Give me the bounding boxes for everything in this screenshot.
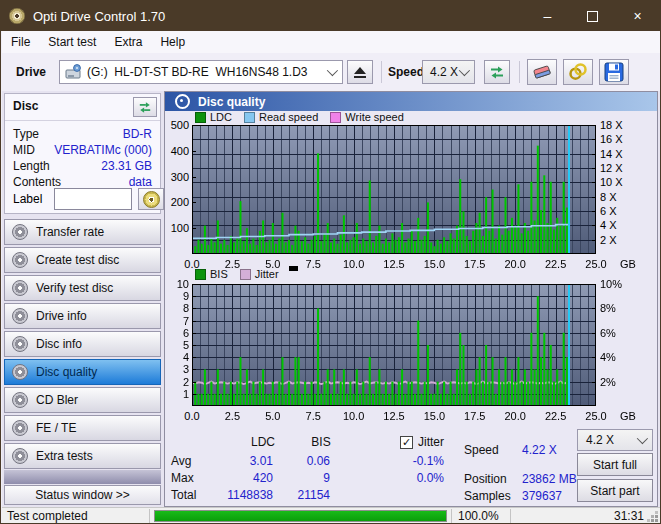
speed-label: Speed <box>388 65 424 79</box>
contents-value: data <box>129 175 152 189</box>
refresh-icon <box>489 65 505 80</box>
position-value: 23862 MB <box>522 472 577 486</box>
progress-bar <box>154 510 447 522</box>
x-axis-tick: 25.0 <box>582 258 610 270</box>
write-label-button[interactable] <box>138 188 164 210</box>
legend-label: LDC <box>210 111 232 123</box>
legend-ldc: LDC <box>195 111 232 123</box>
cd-icon <box>12 280 28 296</box>
y-axis-tick: 200 <box>163 196 189 208</box>
x-axis-tick: 10.0 <box>340 410 368 422</box>
drive-label: Drive <box>16 65 46 79</box>
y-axis-tick: 100 <box>163 222 189 234</box>
speed-select[interactable]: 4.2 X <box>422 60 475 84</box>
mid-label: MID <box>13 143 35 157</box>
cd-icon <box>12 392 28 408</box>
refresh-speed-button[interactable] <box>484 60 510 84</box>
close-button[interactable]: × <box>615 1 660 31</box>
x-axis-tick: 22.5 <box>542 258 570 270</box>
jitter-checkbox[interactable]: ✓ <box>400 436 413 449</box>
legend-write-speed: Write speed <box>330 111 404 123</box>
chevron-down-icon <box>459 65 470 76</box>
right-axis-tick: 6 X <box>600 205 640 217</box>
drive-select[interactable]: (G:) HL-DT-ST BD-RE WH16NS48 1.D3 <box>59 60 343 84</box>
cd-icon <box>12 364 28 380</box>
sidebar-item-disc-info[interactable]: Disc info <box>4 331 161 357</box>
stats-col-bis: BIS <box>291 435 351 449</box>
x-axis-tick: 7.5 <box>299 258 327 270</box>
right-axis-tick: 2% <box>600 376 640 388</box>
menu-extra[interactable]: Extra <box>105 31 151 53</box>
y-axis-tick: 8 <box>163 302 189 314</box>
samples-value: 379637 <box>522 489 562 503</box>
disc-info-panel: Disc TypeBD-RMIDVERBATIMc (000)Length23.… <box>4 93 161 214</box>
refresh-icon <box>138 101 152 114</box>
status-window-button[interactable]: Status window >> <box>4 485 161 505</box>
sidebar-item-label: CD Bler <box>36 393 78 407</box>
sidebar-item-drive-info[interactable]: Drive info <box>4 303 161 329</box>
minimize-button[interactable]: – <box>525 1 570 31</box>
scan-speed-select[interactable]: 4.2 X <box>577 429 653 451</box>
eject-button[interactable] <box>347 60 373 84</box>
y-axis-tick: 2 <box>163 376 189 388</box>
disc-quality-panel: Disc quality LDCRead speedWrite speed BI… <box>164 91 658 507</box>
status-bar: Test completed 100.0% 31:31 <box>2 507 661 524</box>
speed-label: Speed <box>464 443 499 457</box>
menu-help[interactable]: Help <box>151 31 194 53</box>
chevron-down-icon <box>637 433 648 444</box>
refresh-disc-button[interactable] <box>133 97 157 117</box>
sidebar-item-cd-bler[interactable]: CD Bler <box>4 387 161 413</box>
x-axis-tick: 20.0 <box>501 410 529 422</box>
speed-value: 4.22 X <box>522 443 557 457</box>
label-field-label: Label <box>13 192 42 206</box>
x-axis-unit: GB <box>620 410 644 422</box>
start-part-button[interactable]: Start part <box>577 479 653 502</box>
sidebar-item-transfer-rate[interactable]: Transfer rate <box>4 219 161 245</box>
disc-info-mid: MIDVERBATIMc (000) <box>13 143 152 157</box>
right-axis-tick: 16 X <box>600 133 640 145</box>
maximize-icon <box>587 11 598 22</box>
menu-file[interactable]: File <box>2 31 39 53</box>
length-value: 23.31 GB <box>101 159 152 173</box>
save-button[interactable] <box>599 59 629 85</box>
maximize-button[interactable] <box>570 1 615 31</box>
panel-header: Disc quality <box>165 92 657 111</box>
jitter-checkbox-label: Jitter <box>418 435 444 449</box>
sidebar-item-disc-quality[interactable]: Disc quality <box>4 359 161 385</box>
sidebar-item-label: Transfer rate <box>36 225 104 239</box>
ldc-chart-canvas <box>192 125 596 254</box>
sidebar-item-create-test-disc[interactable]: Create test disc <box>4 247 161 273</box>
x-axis-tick: 20.0 <box>501 258 529 270</box>
bis-chart-canvas <box>192 284 596 406</box>
menu-bar: FileStart testExtraHelp <box>2 31 661 53</box>
x-axis-tick: 12.5 <box>380 258 408 270</box>
menu-start-test[interactable]: Start test <box>39 31 105 53</box>
status-text: Test completed <box>7 509 88 523</box>
speed-value: 4.2 X <box>430 65 458 79</box>
sidebar-item-extra-tests[interactable]: Extra tests <box>4 443 161 469</box>
x-axis-tick: 17.5 <box>461 410 489 422</box>
app-window: Opti Drive Control 1.70 – × FileStart te… <box>0 0 661 524</box>
sidebar-item-verify-test-disc[interactable]: Verify test disc <box>4 275 161 301</box>
resize-grip[interactable] <box>655 519 658 522</box>
cd-icon <box>12 308 28 324</box>
app-cd-icon <box>9 8 25 24</box>
length-label: Length <box>13 159 50 173</box>
disc-info-type: TypeBD-R <box>13 127 152 141</box>
scan-speed-value: 4.2 X <box>586 433 614 447</box>
drive-value: (G:) HL-DT-ST BD-RE WH16NS48 1.D3 <box>87 65 308 79</box>
x-axis-tick: 2.5 <box>218 410 246 422</box>
sidebar-strip <box>4 470 161 484</box>
right-axis-tick: 6% <box>600 327 640 339</box>
right-axis-tick: 12 X <box>600 162 640 174</box>
legend-label: Write speed <box>345 111 404 123</box>
sidebar-item-label: Disc info <box>36 337 82 351</box>
label-input[interactable] <box>54 188 132 210</box>
toolbar: Drive (G:) HL-DT-ST BD-RE WH16NS48 1.D3 … <box>2 53 661 92</box>
erase-disc-button[interactable] <box>527 59 557 85</box>
registration-button[interactable] <box>563 59 593 85</box>
x-axis-tick: 10.0 <box>340 258 368 270</box>
sidebar-item-fe-te[interactable]: FE / TE <box>4 415 161 441</box>
start-full-button[interactable]: Start full <box>577 453 653 476</box>
sidebar-item-label: FE / TE <box>36 421 76 435</box>
